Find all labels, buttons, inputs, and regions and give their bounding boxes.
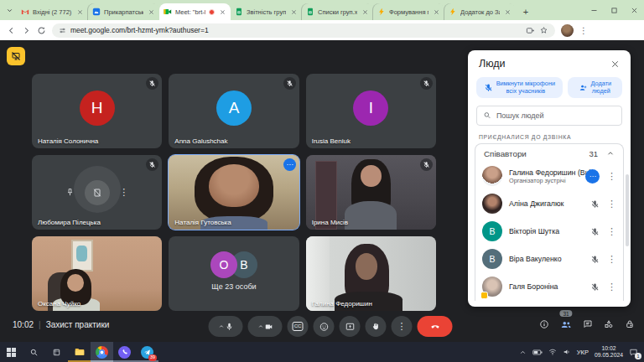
taskbar-clock[interactable]: 10:02 09.05.2024 [595, 345, 623, 359]
reactions-button[interactable] [314, 316, 335, 337]
captions-button[interactable]: CC [288, 316, 309, 337]
video-tile[interactable]: Н Наталія Солонична [32, 74, 162, 148]
search-field[interactable] [476, 106, 622, 126]
avatar: Н [80, 90, 115, 126]
tab-close-icon[interactable] [503, 8, 512, 16]
row-menu-button[interactable]: ⋮ [607, 171, 616, 182]
window-minimize-button[interactable] [584, 0, 604, 20]
tray-chevron-up-icon[interactable] [519, 349, 527, 356]
presentation-warning-icon[interactable] [7, 47, 25, 65]
row-menu-button[interactable]: ⋮ [607, 254, 616, 265]
end-call-button[interactable] [418, 316, 453, 337]
participant-row[interactable]: В Віра Вакуленко ⋮ [475, 246, 623, 273]
group-header[interactable]: Співавтори 31 [475, 144, 623, 163]
task-view-button[interactable] [45, 342, 68, 362]
add-people-button[interactable]: Додатилюдей [568, 77, 622, 98]
host-controls-button[interactable] [625, 319, 635, 329]
tab-close-icon[interactable] [361, 8, 369, 16]
pin-icon[interactable] [62, 184, 79, 201]
tab-close-icon[interactable] [289, 8, 298, 16]
video-tile[interactable]: A Anna Galushchak [169, 74, 299, 148]
wifi-icon[interactable] [548, 348, 557, 356]
participant-row[interactable]: Галя Бороніна ⋮ [475, 273, 623, 301]
video-tile[interactable]: Оксана Чуйко [32, 236, 162, 311]
panel-close-button[interactable] [610, 59, 620, 69]
browser-profile-avatar[interactable] [561, 24, 574, 37]
tab-sheets-2[interactable]: Списки груп.xls [302, 3, 373, 20]
tile-options-badge-icon[interactable]: ⋯ [283, 158, 296, 171]
row-menu-button[interactable]: ⋮ [607, 226, 616, 237]
panel-actions: Вимкнути мікрофонивсіх учасників Додатил… [468, 74, 631, 100]
video-tile[interactable]: I Irusia Beniuk [306, 74, 436, 148]
chrome-taskbar-button[interactable] [91, 342, 113, 362]
chevron-down-icon [6, 7, 13, 14]
panel-scrollbar[interactable] [626, 174, 629, 246]
more-options-button[interactable]: ⋮ [392, 316, 413, 337]
tab-label: Звітність груп [247, 8, 286, 16]
start-button[interactable] [0, 342, 23, 362]
battery-icon[interactable] [532, 349, 543, 356]
captions-icon: CC [292, 322, 304, 331]
tab-site[interactable]: Прикарпатськи [88, 3, 159, 20]
forward-button[interactable] [22, 26, 31, 35]
taskbar-search-button[interactable] [23, 342, 45, 362]
browser-menu-button[interactable]: ⋮ [579, 26, 588, 35]
participant-row[interactable]: Галина Федоришин (Ви) Організатор зустрі… [475, 163, 623, 190]
tab-close-icon[interactable] [218, 8, 226, 16]
url-bar[interactable]: meet.google.com/brt-hzmt-ymk?authuser=1 [52, 23, 555, 38]
participant-name: Ірина Мисів [312, 219, 348, 226]
mic-button[interactable] [209, 316, 243, 337]
meet-icon [164, 8, 172, 16]
tab-gmail[interactable]: Вхідні (2 772) - [17, 3, 88, 20]
info-button[interactable] [539, 319, 549, 329]
sheets-icon [306, 8, 314, 16]
tab-close-icon[interactable] [75, 8, 84, 16]
search-input[interactable] [496, 111, 615, 120]
tab-doc-1[interactable]: Формування пр [373, 3, 444, 20]
row-menu-button[interactable]: ⋮ [607, 282, 616, 292]
self-options-badge-icon[interactable]: ⋯ [585, 169, 600, 184]
present-button[interactable] [340, 316, 361, 337]
telegram-button[interactable]: 39 [136, 342, 158, 362]
action-center-button[interactable]: 1 [629, 348, 638, 357]
participant-row[interactable]: Аліна Джигалюк ⋮ [475, 190, 623, 218]
video-tile[interactable]: ⋮ Любомира Пілецька [32, 155, 162, 230]
viber-button[interactable] [113, 342, 136, 362]
speaker-icon[interactable] [563, 348, 571, 356]
more-people-tile[interactable]: О В Ще 23 особи [169, 236, 299, 311]
mic-off-icon [420, 158, 433, 171]
tab-sheets-1[interactable]: Звітність груп [231, 3, 302, 20]
bolt-icon [377, 8, 386, 16]
tab-close-icon[interactable] [432, 8, 440, 16]
new-tab-button[interactable]: + [519, 5, 532, 18]
activities-button[interactable] [604, 319, 614, 329]
people-button[interactable]: 31 [560, 318, 572, 330]
chevron-up-icon[interactable] [606, 149, 615, 158]
video-tile[interactable]: Ірина Мисів [306, 155, 436, 230]
tab-search-button[interactable] [3, 3, 17, 18]
reload-button[interactable] [37, 26, 46, 35]
fullscreen-tile-icon[interactable] [85, 180, 110, 205]
tab-media-icon[interactable] [526, 26, 535, 35]
language-indicator[interactable]: УКР [577, 349, 589, 356]
bookmark-star-icon[interactable] [539, 26, 548, 35]
search-icon [29, 348, 39, 357]
tile-more-options-icon[interactable]: ⋮ [116, 184, 132, 201]
window-close-button[interactable] [624, 0, 644, 20]
participant-row[interactable]: В Вікторія Шутка ⋮ [475, 218, 623, 246]
back-button[interactable] [7, 26, 16, 35]
tab-close-icon[interactable] [147, 8, 155, 16]
tab-doc-2[interactable]: Додаток до За [444, 3, 516, 20]
tab-meet-active[interactable]: Meet: "brt-h [159, 3, 231, 20]
raise-hand-button[interactable] [366, 316, 387, 337]
video-tile[interactable]: Галина Федоришин [306, 236, 436, 311]
chat-button[interactable] [583, 319, 593, 329]
mute-all-button[interactable]: Вимкнути мікрофонивсіх учасників [476, 77, 563, 98]
avatar: О [210, 251, 237, 278]
file-explorer-button[interactable] [68, 342, 91, 362]
window-maximize-button[interactable] [604, 0, 624, 20]
row-menu-button[interactable]: ⋮ [607, 199, 616, 209]
video-tile-speaking[interactable]: ⋯ Наталія Гутовська [169, 155, 299, 230]
camera-button[interactable] [248, 316, 283, 337]
camera-icon [264, 323, 273, 331]
